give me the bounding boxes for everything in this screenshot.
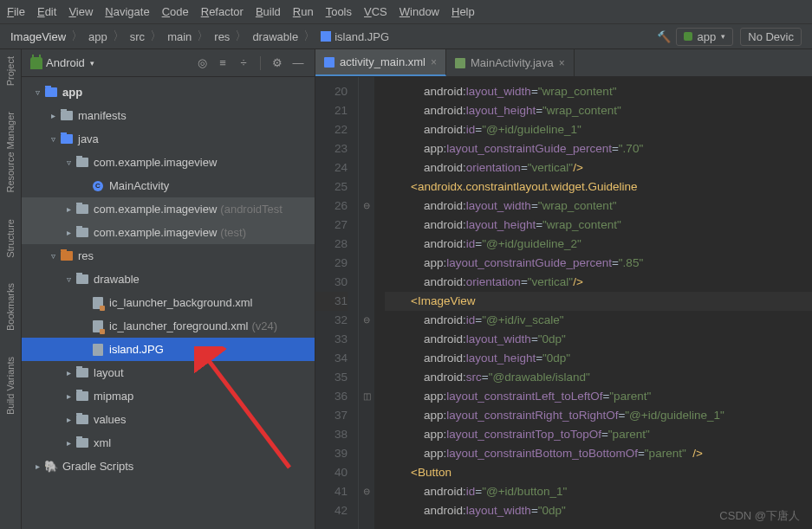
editor-tab-mainactivity-java[interactable]: MainActivity.java× bbox=[446, 49, 575, 76]
fold-marker[interactable] bbox=[359, 82, 374, 101]
code-line[interactable]: android:id="@+id/iv_scale" bbox=[385, 311, 812, 330]
fold-marker[interactable] bbox=[359, 101, 374, 120]
file-island[interactable]: island.JPG bbox=[22, 338, 315, 361]
fold-gutter[interactable]: ⊖⊖◫⊖ bbox=[359, 77, 374, 529]
code-line[interactable]: app:layout_constraintLeft_toLeftOf="pare… bbox=[385, 387, 812, 406]
code-line[interactable]: android:layout_width="0dp" bbox=[385, 330, 812, 349]
dir-manifests[interactable]: ▸manifests bbox=[22, 104, 315, 127]
dir-mipmap[interactable]: ▸mipmap bbox=[22, 384, 315, 408]
dir-drawable[interactable]: ▿drawable bbox=[22, 268, 315, 291]
breadcrumb-app[interactable]: app bbox=[83, 29, 113, 45]
chevron-down-icon[interactable]: ▾ bbox=[90, 59, 94, 68]
breadcrumb-island-jpg[interactable]: island.JPG bbox=[315, 29, 394, 45]
fold-marker[interactable] bbox=[359, 254, 374, 273]
file-ic-bg[interactable]: ic_launcher_background.xml bbox=[22, 291, 315, 314]
gradle-scripts[interactable]: ▸🐘Gradle Scripts bbox=[22, 455, 315, 478]
dir-xml[interactable]: ▸xml bbox=[22, 431, 315, 455]
menu-vcs[interactable]: VCS bbox=[364, 5, 387, 18]
twistie-icon[interactable]: ▸ bbox=[30, 461, 44, 471]
tool-tab-resource-manager[interactable]: Resource Manager bbox=[3, 108, 17, 197]
hide-icon[interactable]: — bbox=[290, 55, 306, 71]
build-icon[interactable]: 🔨 bbox=[657, 30, 669, 42]
fold-marker[interactable] bbox=[359, 139, 374, 158]
pkg-test[interactable]: ▸com.example.imageview(test) bbox=[22, 221, 315, 244]
breadcrumb-main[interactable]: main bbox=[162, 29, 197, 45]
code-line[interactable]: app:layout_constraintGuide_percent=".85" bbox=[385, 254, 812, 273]
fold-marker[interactable] bbox=[359, 406, 374, 425]
code-line[interactable]: android:id="@+id/guideline_2" bbox=[385, 235, 812, 254]
menu-refactor[interactable]: Refactor bbox=[201, 5, 244, 18]
collapse-icon[interactable]: ÷ bbox=[236, 55, 251, 71]
twistie-icon[interactable]: ▸ bbox=[62, 391, 75, 401]
close-icon[interactable]: × bbox=[431, 56, 437, 68]
menu-file[interactable]: File bbox=[7, 5, 25, 18]
fold-marker[interactable] bbox=[359, 349, 374, 368]
code-line[interactable]: android:orientation="vertical"/> bbox=[385, 158, 812, 177]
file-mainactivity[interactable]: CMainActivity bbox=[22, 174, 315, 197]
fold-marker[interactable] bbox=[359, 368, 374, 387]
code-line[interactable]: app:layout_constraintRight_toRightOf="@+… bbox=[385, 406, 812, 425]
twistie-icon[interactable]: ▸ bbox=[62, 438, 75, 448]
twistie-icon[interactable]: ▸ bbox=[62, 204, 75, 214]
fold-marker[interactable] bbox=[359, 292, 374, 311]
fold-marker[interactable] bbox=[359, 235, 374, 254]
tool-tab-build-variants[interactable]: Build Variants bbox=[3, 353, 17, 418]
fold-marker[interactable] bbox=[359, 273, 374, 292]
tool-tab-project[interactable]: Project bbox=[3, 53, 17, 89]
file-ic-fg[interactable]: ic_launcher_foreground.xml(v24) bbox=[22, 314, 315, 338]
code-line[interactable]: app:layout_constraintGuide_percent=".70" bbox=[385, 139, 812, 158]
fold-marker[interactable]: ⊖ bbox=[359, 482, 374, 501]
menu-navigate[interactable]: Navigate bbox=[105, 5, 149, 18]
dir-layout[interactable]: ▸layout bbox=[22, 361, 315, 384]
code-line[interactable]: android:src="@drawable/island" bbox=[385, 368, 812, 387]
dir-res[interactable]: ▿res bbox=[22, 244, 315, 268]
fold-marker[interactable]: ◫ bbox=[359, 387, 374, 406]
breadcrumb-res[interactable]: res bbox=[209, 29, 235, 45]
code-line[interactable]: <Button bbox=[385, 463, 812, 482]
breadcrumb-imageview[interactable]: ImageView bbox=[5, 29, 71, 45]
fold-marker[interactable] bbox=[359, 177, 374, 197]
gear-icon[interactable]: ⚙ bbox=[270, 55, 285, 71]
twistie-icon[interactable]: ▿ bbox=[46, 134, 60, 144]
twistie-icon[interactable]: ▿ bbox=[62, 274, 75, 284]
run-config-selector[interactable]: app ▾ bbox=[676, 28, 734, 46]
code-line[interactable]: android:orientation="vertical"/> bbox=[385, 273, 812, 292]
code-line[interactable]: android:id="@+id/guideline_1" bbox=[385, 120, 812, 139]
code-line[interactable]: android:layout_height="wrap_content" bbox=[385, 216, 812, 235]
twistie-icon[interactable]: ▸ bbox=[62, 415, 75, 424]
fold-marker[interactable] bbox=[359, 216, 374, 235]
breadcrumb-src[interactable]: src bbox=[125, 29, 150, 45]
tool-tab-bookmarks[interactable]: Bookmarks bbox=[3, 280, 17, 334]
module-app[interactable]: ▿app bbox=[22, 81, 315, 104]
fold-marker[interactable] bbox=[359, 501, 374, 520]
fold-marker[interactable]: ⊖ bbox=[359, 197, 374, 216]
editor-tab-activity_main-xml[interactable]: activity_main.xml× bbox=[315, 49, 446, 76]
twistie-icon[interactable]: ▿ bbox=[30, 87, 44, 97]
code-line[interactable]: <ImageView bbox=[385, 292, 812, 311]
code-line[interactable]: android:layout_width="wrap_content" bbox=[385, 197, 812, 216]
project-tree[interactable]: ▿app▸manifests▿java▿com.example.imagevie… bbox=[22, 77, 315, 529]
code-editor[interactable]: 2021222324252627282930313233343536373839… bbox=[315, 77, 812, 529]
fold-marker[interactable]: ⊖ bbox=[359, 311, 374, 330]
menu-tools[interactable]: Tools bbox=[326, 5, 352, 18]
fold-marker[interactable] bbox=[359, 425, 374, 444]
fold-marker[interactable] bbox=[359, 158, 374, 177]
pkg-main[interactable]: ▿com.example.imageview bbox=[22, 151, 315, 174]
menu-window[interactable]: Window bbox=[400, 5, 439, 18]
select-opened-icon[interactable]: ◎ bbox=[194, 55, 210, 71]
menu-help[interactable]: Help bbox=[451, 5, 475, 18]
fold-marker[interactable] bbox=[359, 444, 374, 463]
breadcrumb-drawable[interactable]: drawable bbox=[247, 29, 303, 45]
code-line[interactable]: android:id="@+id/button_1" bbox=[385, 482, 812, 501]
dir-java[interactable]: ▿java bbox=[22, 127, 315, 151]
code-line[interactable]: android:layout_height="wrap_content" bbox=[385, 101, 812, 120]
code-line[interactable]: app:layout_constraintTop_toTopOf="parent… bbox=[385, 425, 812, 444]
code-line[interactable]: app:layout_constraintBottom_toBottomOf="… bbox=[385, 444, 812, 463]
twistie-icon[interactable]: ▸ bbox=[62, 228, 75, 237]
fold-marker[interactable] bbox=[359, 463, 374, 482]
fold-marker[interactable] bbox=[359, 330, 374, 349]
device-selector[interactable]: No Devic bbox=[740, 28, 802, 46]
menu-build[interactable]: Build bbox=[256, 5, 281, 18]
menu-code[interactable]: Code bbox=[162, 5, 189, 18]
code-line[interactable]: <androidx.constraintlayout.widget.Guidel… bbox=[385, 177, 812, 197]
